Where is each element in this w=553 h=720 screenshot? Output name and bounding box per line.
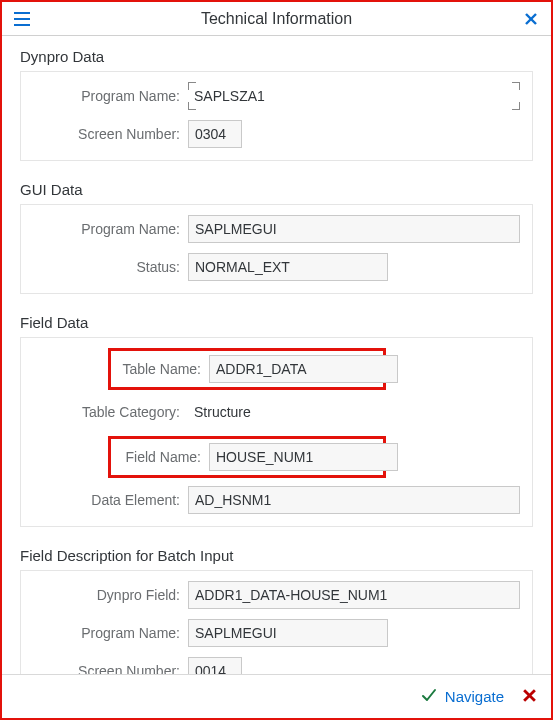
field-label: Program Name: — [33, 221, 188, 237]
field-label: Program Name: — [33, 625, 188, 641]
close-icon[interactable] — [521, 9, 541, 29]
section-title: GUI Data — [20, 181, 533, 198]
field-label: Table Category: — [33, 404, 188, 420]
table-category-value: Structure — [188, 404, 251, 420]
field-row: Data Element: — [33, 486, 520, 514]
section-title: Dynpro Data — [20, 48, 533, 65]
data-element-input[interactable] — [188, 486, 520, 514]
focused-field-wrapper — [188, 82, 520, 110]
dynpro-data-section: Dynpro Data Program Name: Screen Number: — [20, 48, 533, 161]
field-label: Screen Number: — [33, 126, 188, 142]
field-label: Program Name: — [33, 88, 188, 104]
section-title: Field Description for Batch Input — [20, 547, 533, 564]
navigate-label: Navigate — [445, 688, 504, 705]
field-row: Screen Number: — [33, 120, 520, 148]
dialog-header: Technical Information — [2, 2, 551, 36]
section-box: Program Name: Screen Number: — [20, 71, 533, 161]
gui-program-input[interactable] — [188, 215, 520, 243]
highlighted-row-table-name: Table Name: — [108, 348, 386, 390]
check-icon — [421, 687, 437, 706]
navigate-button[interactable]: Navigate — [421, 687, 504, 706]
field-data-section: Field Data Table Name: Table Category: S… — [20, 314, 533, 527]
gui-status-input[interactable] — [188, 253, 388, 281]
field-label: Dynpro Field: — [33, 587, 188, 603]
dialog-title: Technical Information — [32, 10, 521, 28]
field-label: Table Name: — [117, 361, 209, 377]
batch-dynpro-field-input[interactable] — [188, 581, 520, 609]
gui-data-section: GUI Data Program Name: Status: — [20, 181, 533, 294]
field-row: Program Name: — [33, 619, 520, 647]
menu-icon[interactable] — [12, 9, 32, 29]
field-label: Field Name: — [117, 449, 209, 465]
section-title: Field Data — [20, 314, 533, 331]
section-box: Table Name: Table Category: Structure Fi… — [20, 337, 533, 527]
field-row: Status: — [33, 253, 520, 281]
section-box: Program Name: Status: — [20, 204, 533, 294]
dialog-content: Dynpro Data Program Name: Screen Number:… — [2, 36, 551, 698]
field-row: Program Name: — [33, 82, 520, 110]
highlighted-row-field-name: Field Name: — [108, 436, 386, 478]
field-label: Data Element: — [33, 492, 188, 508]
field-row: Table Category: Structure — [33, 398, 520, 426]
cancel-button[interactable] — [522, 688, 537, 706]
field-row: Dynpro Field: — [33, 581, 520, 609]
dynpro-screen-input[interactable] — [188, 120, 242, 148]
dynpro-program-input[interactable] — [188, 82, 520, 110]
field-name-input[interactable] — [209, 443, 398, 471]
field-label: Status: — [33, 259, 188, 275]
table-name-input[interactable] — [209, 355, 398, 383]
field-row: Program Name: — [33, 215, 520, 243]
batch-program-input[interactable] — [188, 619, 388, 647]
dialog-footer: Navigate — [2, 674, 551, 718]
